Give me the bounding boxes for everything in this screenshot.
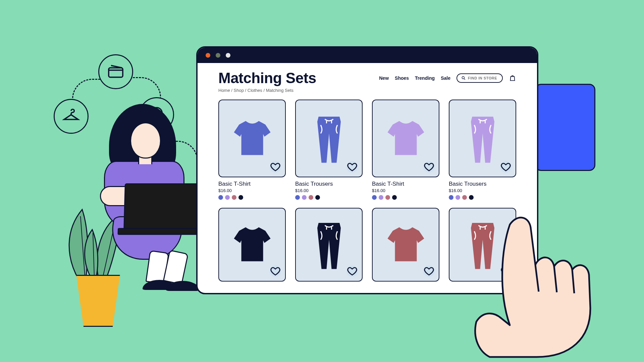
color-swatches [218,195,286,200]
svg-point-5 [462,76,464,79]
window-titlebar [198,48,537,63]
favorite-button[interactable] [346,265,358,277]
breadcrumb-shop[interactable]: Shop [234,88,244,93]
svg-rect-0 [109,68,123,77]
color-swatch[interactable] [379,195,383,200]
product-thumbnail[interactable] [295,208,363,282]
color-swatch[interactable] [225,195,230,200]
product-thumbnail[interactable] [218,100,286,177]
nav-shoes[interactable]: Shoes [395,75,409,81]
favorite-button[interactable] [270,161,281,173]
breadcrumb-clothes[interactable]: Clothes [248,88,262,93]
color-swatch[interactable] [238,195,243,200]
product-thumbnail[interactable] [372,100,439,177]
favorite-button[interactable] [346,161,358,173]
product-card: Basic T-Shirt $16.00 [218,100,286,200]
product-card [218,208,286,282]
color-swatch[interactable] [309,195,313,200]
product-card: Basic T-Shirt $16.00 [372,100,439,200]
color-swatch[interactable] [315,195,320,200]
product-card: Basic Trousers $16.00 [295,100,363,200]
product-thumbnail[interactable] [372,208,439,282]
color-swatch[interactable] [449,195,453,200]
color-swatch[interactable] [455,195,460,200]
favorite-button[interactable] [500,161,512,173]
nav-new[interactable]: New [379,75,389,81]
pointing-hand-icon [470,204,644,362]
product-thumbnail[interactable] [295,100,363,177]
favorite-button[interactable] [423,161,435,173]
color-swatches [372,195,439,200]
person-illustration [80,104,201,305]
window-minimize-icon[interactable] [215,52,221,58]
nav-sale[interactable]: Sale [441,75,450,81]
search-box[interactable] [457,73,503,83]
top-nav: New Shoes Trending Sale [379,73,516,83]
nav-trending[interactable]: Trending [415,75,435,81]
wallet-icon [98,54,133,89]
color-swatches [449,195,516,200]
product-card [372,208,439,282]
product-card [295,208,363,282]
color-swatch[interactable] [372,195,377,200]
breadcrumb: Home / Shop / Clothes / Matching Sets [218,88,516,93]
product-thumbnail[interactable] [218,208,286,282]
color-swatch[interactable] [462,195,467,200]
breadcrumb-home[interactable]: Home [218,88,230,93]
color-swatch[interactable] [295,195,300,200]
product-grid-row-1: Basic T-Shirt $16.00 Basic Trousers $16.… [218,100,516,200]
svg-line-6 [464,79,465,80]
decorative-illustration [40,47,198,308]
shopping-bag-icon[interactable] [509,74,516,82]
color-swatch[interactable] [392,195,397,200]
window-maximize-icon[interactable] [225,52,231,58]
page-title: Matching Sets [218,70,316,86]
favorite-button[interactable] [423,265,435,277]
product-thumbnail[interactable] [449,100,516,177]
breadcrumb-current: Matching Sets [266,88,293,93]
color-swatch[interactable] [218,195,223,200]
decorative-accent [535,84,595,171]
search-input[interactable] [468,76,498,80]
search-icon [461,76,466,80]
color-swatch[interactable] [232,195,236,200]
product-card: Basic Trousers $16.00 [449,100,516,200]
color-swatches [295,195,363,200]
favorite-button[interactable] [270,265,281,277]
color-swatch[interactable] [302,195,307,200]
color-swatch[interactable] [385,195,390,200]
window-close-icon[interactable] [205,52,211,58]
color-swatch[interactable] [469,195,474,200]
